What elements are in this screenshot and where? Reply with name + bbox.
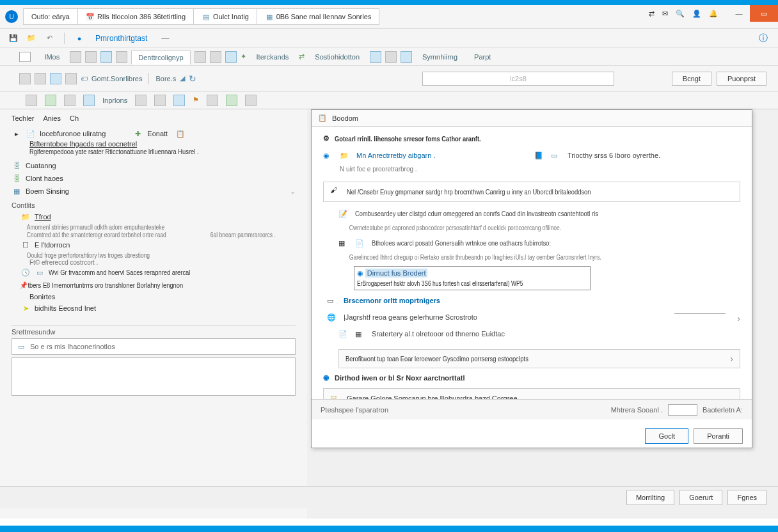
- rb-ico-3[interactable]: [100, 51, 112, 63]
- option-row-5-text[interactable]: Brscernonr orltt moprtnigers: [344, 297, 740, 304]
- nav-item-5[interactable]: ▦Boem Sinsing⌄: [12, 185, 296, 198]
- footer-input[interactable]: [668, 404, 697, 416]
- rb-ico-5[interactable]: [194, 51, 206, 63]
- drop-icon[interactable]: ◢: [180, 74, 185, 82]
- cancel-button[interactable]: Poranti: [694, 428, 743, 444]
- rb3-9[interactable]: [226, 95, 237, 106]
- send-icon[interactable]: ✉: [662, 10, 668, 18]
- bell-icon[interactable]: 🔔: [709, 10, 718, 18]
- dialog-title: Boodom: [332, 114, 358, 122]
- plus-icon[interactable]: ✚: [135, 130, 141, 138]
- file-icon[interactable]: [19, 52, 31, 62]
- action-button-2[interactable]: Puonprst: [717, 72, 766, 86]
- nav-item-10[interactable]: 📌tbers E8 Imemorrtuntrrrs oro transhlone…: [12, 279, 183, 292]
- save-icon[interactable]: 💾: [8, 33, 19, 44]
- nav-tab-1[interactable]: Techler: [12, 114, 34, 122]
- highlight-item-1[interactable]: Dirnuct fus Brodert: [365, 269, 428, 278]
- rb-ico-10[interactable]: [401, 51, 412, 63]
- nav-item-11[interactable]: Bonirtes: [12, 292, 296, 302]
- rb2-ico-1[interactable]: [19, 73, 31, 84]
- star-icon[interactable]: ✦: [241, 52, 246, 61]
- undo-icon[interactable]: ↶: [44, 33, 55, 44]
- rb3-1[interactable]: [26, 95, 37, 106]
- radio3-icon[interactable]: ◉: [323, 373, 329, 382]
- minimize-button[interactable]: —: [728, 5, 750, 22]
- sync-icon[interactable]: ⇄: [649, 10, 655, 18]
- rb3-7[interactable]: [173, 95, 185, 106]
- rb-ico-4[interactable]: [116, 51, 127, 63]
- ribbon-tab-5[interactable]: Symnhiirng: [416, 51, 464, 63]
- avatar[interactable]: U: [5, 10, 18, 23]
- ribbon-tab-4[interactable]: Sostiohidotton: [308, 51, 366, 63]
- doc3-icon: 📄: [338, 330, 350, 341]
- highlight-item-2[interactable]: ErBrogapeserf hsktr alovh 3S6 hus fortes…: [357, 279, 523, 288]
- rb3-2[interactable]: [45, 95, 56, 106]
- ribbon-tab-2[interactable]: Denttrcolignyp: [131, 51, 190, 65]
- ribbon-tab-1[interactable]: lMos: [38, 51, 66, 63]
- nav-textarea[interactable]: [12, 357, 296, 396]
- title-tab-3[interactable]: ▤Oulct Inatig: [194, 8, 257, 25]
- refresh-icon[interactable]: ↻: [189, 74, 196, 84]
- nav-item-4[interactable]: 🗄Clont haoes: [12, 172, 296, 185]
- rb2-ico-3[interactable]: [50, 73, 61, 84]
- rb-ico-6[interactable]: [210, 51, 221, 63]
- title-tab-2[interactable]: 📅RIls Itlocolon 386 36tetirtling: [78, 8, 194, 25]
- rb3-3[interactable]: [64, 95, 75, 106]
- rb3-5[interactable]: [135, 95, 147, 106]
- nav-item-12[interactable]: ➤bidhilts Eeosnd Inet: [12, 302, 296, 315]
- nav-tab-2[interactable]: Anies: [43, 114, 61, 122]
- nav-item-9[interactable]: 🕓▭Wvi Gr frvacomm and hoervl Saces rerap…: [12, 266, 296, 279]
- nav-input[interactable]: ▭So e rs mis Ihaconerinotlos: [12, 338, 296, 355]
- chevron-right-icon[interactable]: ›: [730, 354, 733, 364]
- person-icon[interactable]: 👤: [692, 10, 701, 18]
- status-btn-1[interactable]: Morrilting: [626, 490, 674, 505]
- search-placeholder: lc2s8: [510, 75, 527, 82]
- rb3-6[interactable]: [154, 95, 166, 106]
- flag-icon[interactable]: ⚑: [193, 96, 199, 104]
- action-button-1[interactable]: Bcngt: [672, 72, 711, 86]
- nav-item-3[interactable]: 🗄Cuatanng: [12, 159, 296, 172]
- rb3-4[interactable]: [83, 95, 95, 106]
- rb3-10[interactable]: [245, 95, 257, 106]
- ribbon-tab-6[interactable]: Parpt: [468, 51, 497, 63]
- rb-ico-2[interactable]: [85, 51, 97, 63]
- option-panel-2[interactable]: Berofitwont tup toan Eoar leroewoer Gysc…: [338, 349, 740, 368]
- rb-ico-7[interactable]: [225, 51, 237, 63]
- rb2-ico-2[interactable]: [35, 73, 46, 84]
- title-tab-4[interactable]: ▦0B6 Sane rnal Ilennav Sonrles: [257, 8, 380, 25]
- menu-item-1[interactable]: Pmronthirtgtast: [91, 34, 151, 43]
- nav-tab-3[interactable]: Ch: [70, 114, 79, 122]
- nav-item-8[interactable]: ☐E l'tdorrocn: [12, 239, 296, 251]
- status-btn-2[interactable]: Goerurt: [679, 490, 722, 505]
- radio2-icon[interactable]: ◉: [357, 269, 363, 277]
- inline-input[interactable]: [674, 313, 726, 314]
- rb-ico-1[interactable]: [70, 51, 81, 63]
- folder-icon[interactable]: 📁: [26, 33, 37, 44]
- search-input[interactable]: lc2s8: [422, 72, 614, 86]
- gear-icon: ⚙: [323, 134, 329, 143]
- help-badge[interactable]: ⓘ: [759, 33, 768, 44]
- close-button[interactable]: ▭: [750, 5, 778, 22]
- nav-item-1[interactable]: ▸ 📄 Iocebfuronoe uliratng ✚ Eonatt 📋: [12, 127, 296, 140]
- option-row-1-text[interactable]: Mn Anrectrretby aibgarn .: [356, 152, 529, 159]
- nav-header-2: Srettrresundw: [12, 325, 296, 336]
- chevron-right-icon[interactable]: ›: [737, 313, 740, 324]
- rb3-8[interactable]: [207, 95, 218, 106]
- nav-item-7[interactable]: 📁Tfrod: [12, 210, 296, 223]
- ribbon-tab-3[interactable]: Iterckands: [250, 51, 296, 63]
- ok-button[interactable]: Goclt: [645, 428, 688, 444]
- tag-icon[interactable]: 🏷: [81, 75, 88, 82]
- title-tab-1[interactable]: Outlo: eárya: [23, 8, 78, 25]
- checkbox-icon[interactable]: ☐: [20, 240, 31, 250]
- options-dialog: 📋 Boodom ⚙ Gotearl rrinll. Iihensohe srr…: [311, 109, 752, 448]
- search-hdr-icon[interactable]: 🔍: [676, 10, 685, 18]
- option-panel-1[interactable]: 🖌 Nel /Cnsebr Enuy gmpmaner sardgr hrp b…: [323, 182, 740, 202]
- rb-ico-9[interactable]: [385, 51, 397, 63]
- rb-ico-8[interactable]: [370, 51, 381, 63]
- ribbon-tab-6-label: Parpt: [474, 53, 491, 61]
- ribbon-tab-4-label: Sostiohidotton: [315, 53, 360, 61]
- shuffle-icon[interactable]: ⇄: [299, 52, 305, 61]
- rb2-ico-4[interactable]: [65, 73, 77, 84]
- radio-icon[interactable]: ◉: [323, 152, 335, 163]
- status-btn-3[interactable]: Fgnes: [727, 490, 766, 505]
